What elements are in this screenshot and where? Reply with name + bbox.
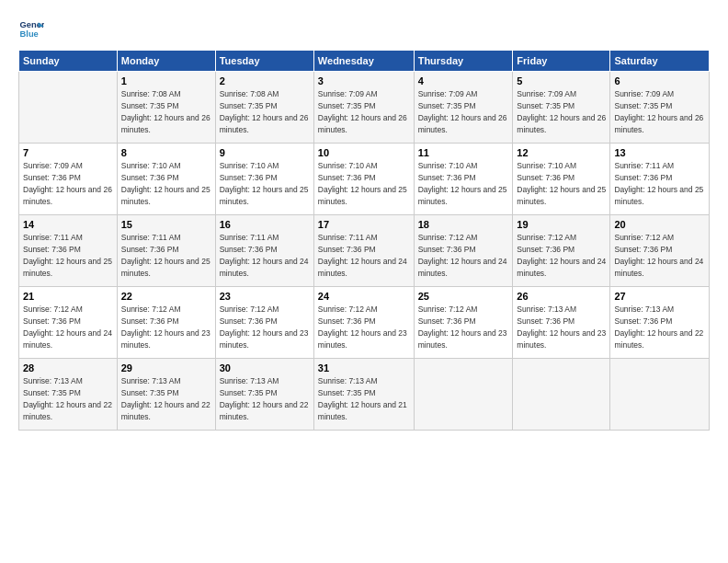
calendar-cell: 27 Sunrise: 7:13 AMSunset: 7:36 PMDaylig… (610, 287, 710, 359)
calendar-cell: 5 Sunrise: 7:09 AMSunset: 7:35 PMDayligh… (513, 72, 610, 144)
calendar-week-row: 7 Sunrise: 7:09 AMSunset: 7:36 PMDayligh… (19, 144, 710, 215)
calendar-cell: 19 Sunrise: 7:12 AMSunset: 7:36 PMDaylig… (513, 215, 610, 287)
day-number: 8 (121, 147, 211, 158)
calendar-cell: 11 Sunrise: 7:10 AMSunset: 7:36 PMDaylig… (414, 144, 513, 215)
day-number: 14 (23, 219, 113, 230)
calendar-cell (19, 72, 118, 144)
day-info: Sunrise: 7:12 AMSunset: 7:36 PMDaylight:… (614, 233, 703, 278)
day-info: Sunrise: 7:09 AMSunset: 7:35 PMDaylight:… (418, 89, 507, 134)
calendar-cell: 15 Sunrise: 7:11 AMSunset: 7:36 PMDaylig… (117, 215, 215, 287)
day-number: 26 (517, 291, 606, 302)
calendar-week-row: 14 Sunrise: 7:11 AMSunset: 7:36 PMDaylig… (19, 215, 710, 287)
day-info: Sunrise: 7:12 AMSunset: 7:36 PMDaylight:… (318, 304, 407, 350)
day-number: 15 (121, 219, 211, 230)
day-info: Sunrise: 7:10 AMSunset: 7:36 PMDaylight:… (318, 161, 407, 206)
day-info: Sunrise: 7:12 AMSunset: 7:36 PMDaylight:… (418, 304, 507, 350)
header-cell-thursday: Thursday (414, 51, 513, 72)
day-info: Sunrise: 7:12 AMSunset: 7:36 PMDaylight:… (23, 304, 112, 350)
day-info: Sunrise: 7:11 AMSunset: 7:36 PMDaylight:… (121, 233, 210, 278)
day-info: Sunrise: 7:09 AMSunset: 7:35 PMDaylight:… (318, 89, 407, 134)
calendar-cell: 12 Sunrise: 7:10 AMSunset: 7:36 PMDaylig… (513, 144, 610, 215)
calendar-cell: 10 Sunrise: 7:10 AMSunset: 7:36 PMDaylig… (313, 144, 414, 215)
calendar-cell: 3 Sunrise: 7:09 AMSunset: 7:35 PMDayligh… (313, 72, 414, 144)
calendar-cell: 30 Sunrise: 7:13 AMSunset: 7:35 PMDaylig… (215, 359, 313, 431)
day-info: Sunrise: 7:12 AMSunset: 7:36 PMDaylight:… (121, 304, 210, 350)
header-cell-sunday: Sunday (19, 51, 118, 72)
calendar-cell: 31 Sunrise: 7:13 AMSunset: 7:35 PMDaylig… (313, 359, 414, 431)
day-info: Sunrise: 7:13 AMSunset: 7:35 PMDaylight:… (318, 376, 407, 421)
calendar-cell: 26 Sunrise: 7:13 AMSunset: 7:36 PMDaylig… (513, 287, 610, 359)
day-number: 4 (418, 75, 509, 86)
day-info: Sunrise: 7:13 AMSunset: 7:35 PMDaylight:… (220, 376, 309, 421)
day-info: Sunrise: 7:13 AMSunset: 7:36 PMDaylight:… (517, 304, 606, 350)
day-info: Sunrise: 7:13 AMSunset: 7:35 PMDaylight:… (23, 376, 112, 421)
calendar-cell: 28 Sunrise: 7:13 AMSunset: 7:35 PMDaylig… (19, 359, 118, 431)
calendar-cell: 25 Sunrise: 7:12 AMSunset: 7:36 PMDaylig… (414, 287, 513, 359)
calendar-week-row: 1 Sunrise: 7:08 AMSunset: 7:35 PMDayligh… (19, 72, 710, 144)
day-number: 9 (220, 147, 310, 158)
day-info: Sunrise: 7:11 AMSunset: 7:36 PMDaylight:… (23, 233, 112, 278)
day-info: Sunrise: 7:10 AMSunset: 7:36 PMDaylight:… (418, 161, 507, 206)
header-cell-monday: Monday (117, 51, 215, 72)
day-info: Sunrise: 7:10 AMSunset: 7:36 PMDaylight:… (121, 161, 210, 206)
day-number: 12 (517, 147, 606, 158)
day-info: Sunrise: 7:12 AMSunset: 7:36 PMDaylight:… (418, 233, 507, 278)
day-info: Sunrise: 7:09 AMSunset: 7:36 PMDaylight:… (23, 161, 112, 206)
day-number: 3 (318, 75, 410, 86)
day-number: 28 (23, 362, 113, 373)
day-number: 31 (318, 362, 410, 373)
calendar-cell: 20 Sunrise: 7:12 AMSunset: 7:36 PMDaylig… (610, 215, 710, 287)
day-number: 27 (614, 291, 705, 302)
calendar-cell: 18 Sunrise: 7:12 AMSunset: 7:36 PMDaylig… (414, 215, 513, 287)
logo: General Blue (18, 17, 44, 42)
day-info: Sunrise: 7:11 AMSunset: 7:36 PMDaylight:… (220, 233, 309, 278)
day-info: Sunrise: 7:13 AMSunset: 7:36 PMDaylight:… (614, 304, 703, 350)
calendar-table: SundayMondayTuesdayWednesdayThursdayFrid… (18, 50, 710, 431)
calendar-cell: 23 Sunrise: 7:12 AMSunset: 7:36 PMDaylig… (215, 287, 313, 359)
day-info: Sunrise: 7:08 AMSunset: 7:35 PMDaylight:… (121, 89, 210, 134)
calendar-cell: 17 Sunrise: 7:11 AMSunset: 7:36 PMDaylig… (313, 215, 414, 287)
day-number: 5 (517, 75, 606, 86)
day-number: 19 (517, 219, 606, 230)
header-cell-saturday: Saturday (610, 51, 710, 72)
day-info: Sunrise: 7:11 AMSunset: 7:36 PMDaylight:… (614, 161, 703, 206)
header-cell-tuesday: Tuesday (215, 51, 313, 72)
day-number: 1 (121, 75, 211, 86)
header-cell-friday: Friday (513, 51, 610, 72)
day-info: Sunrise: 7:12 AMSunset: 7:36 PMDaylight:… (517, 233, 606, 278)
calendar-cell: 8 Sunrise: 7:10 AMSunset: 7:36 PMDayligh… (117, 144, 215, 215)
calendar-week-row: 28 Sunrise: 7:13 AMSunset: 7:35 PMDaylig… (19, 359, 710, 431)
day-number: 18 (418, 219, 509, 230)
calendar-header-row: SundayMondayTuesdayWednesdayThursdayFrid… (19, 51, 710, 72)
calendar-cell: 29 Sunrise: 7:13 AMSunset: 7:35 PMDaylig… (117, 359, 215, 431)
calendar-cell (513, 359, 610, 431)
header: General Blue (18, 17, 710, 42)
header-cell-wednesday: Wednesday (313, 51, 414, 72)
day-number: 13 (614, 147, 705, 158)
day-info: Sunrise: 7:13 AMSunset: 7:35 PMDaylight:… (121, 376, 210, 421)
day-number: 23 (220, 291, 310, 302)
logo-icon: General Blue (18, 17, 44, 42)
calendar-cell (610, 359, 710, 431)
day-number: 11 (418, 147, 509, 158)
day-number: 2 (220, 75, 310, 86)
calendar-cell: 21 Sunrise: 7:12 AMSunset: 7:36 PMDaylig… (19, 287, 118, 359)
day-info: Sunrise: 7:08 AMSunset: 7:35 PMDaylight:… (220, 89, 309, 134)
calendar-cell: 4 Sunrise: 7:09 AMSunset: 7:35 PMDayligh… (414, 72, 513, 144)
day-number: 25 (418, 291, 509, 302)
day-number: 29 (121, 362, 211, 373)
calendar-cell (414, 359, 513, 431)
calendar-cell: 7 Sunrise: 7:09 AMSunset: 7:36 PMDayligh… (19, 144, 118, 215)
day-info: Sunrise: 7:10 AMSunset: 7:36 PMDaylight:… (517, 161, 606, 206)
day-number: 7 (23, 147, 113, 158)
calendar-week-row: 21 Sunrise: 7:12 AMSunset: 7:36 PMDaylig… (19, 287, 710, 359)
calendar-cell: 9 Sunrise: 7:10 AMSunset: 7:36 PMDayligh… (215, 144, 313, 215)
day-number: 30 (220, 362, 310, 373)
day-number: 21 (23, 291, 113, 302)
day-number: 16 (220, 219, 310, 230)
calendar-body: 1 Sunrise: 7:08 AMSunset: 7:35 PMDayligh… (19, 72, 710, 431)
calendar-cell: 13 Sunrise: 7:11 AMSunset: 7:36 PMDaylig… (610, 144, 710, 215)
day-info: Sunrise: 7:09 AMSunset: 7:35 PMDaylight:… (614, 89, 703, 134)
svg-text:Blue: Blue (20, 29, 39, 39)
calendar-cell: 1 Sunrise: 7:08 AMSunset: 7:35 PMDayligh… (117, 72, 215, 144)
